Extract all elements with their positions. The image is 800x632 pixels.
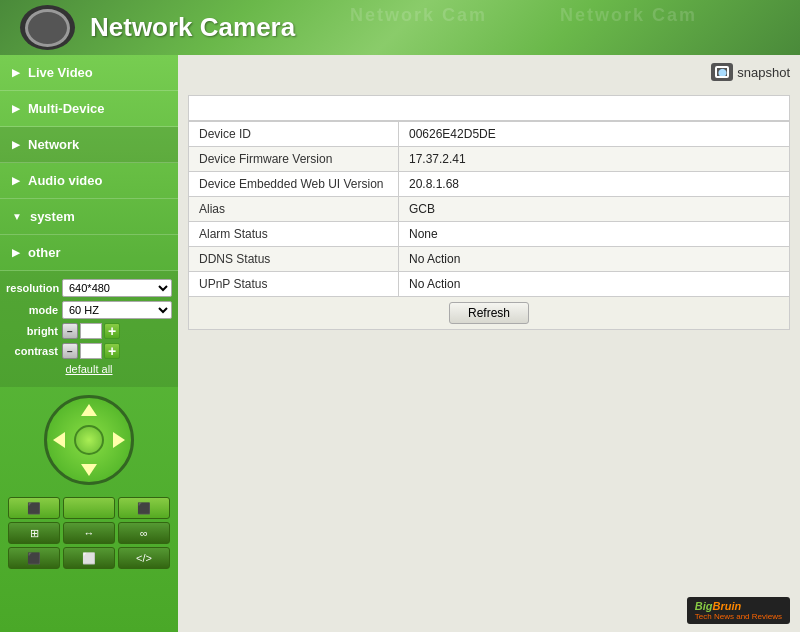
bottom-controls: ⬛ ⬛ ⊞ ↔ ∞ ⬛ ⬜ </> — [0, 493, 178, 573]
ctrl-btn-6[interactable]: ∞ — [118, 522, 170, 544]
ctrl-btn-4[interactable]: ⊞ — [8, 522, 60, 544]
app-title: Network Camera — [90, 12, 295, 43]
system-arrow: ▼ — [12, 211, 22, 222]
ctrl-btn-9[interactable]: </> — [118, 547, 170, 569]
app-header: Network Camera Network Cam Network Cam — [0, 0, 800, 55]
contrast-label: contrast — [6, 345, 58, 357]
row-value: No Action — [399, 247, 790, 272]
sidebar-item-network-label: Network — [28, 137, 79, 152]
bright-row: bright − 6 + — [6, 323, 172, 339]
sidebar-item-live-video-label: Live Video — [28, 65, 93, 80]
row-value: None — [399, 222, 790, 247]
row-label: Alias — [189, 197, 399, 222]
row-value: 17.37.2.41 — [399, 147, 790, 172]
camera-logo — [20, 5, 75, 50]
bigbruin-sub: Tech News and Reviews — [695, 612, 782, 621]
row-value: 00626E42D5DE — [399, 122, 790, 147]
watermark-2: Network Cam — [560, 5, 697, 26]
snapshot-label: snapshot — [737, 65, 790, 80]
table-row: AliasGCB — [189, 197, 790, 222]
ctrl-btn-1[interactable]: ⬛ — [8, 497, 60, 519]
ptz-container — [0, 387, 178, 493]
sidebar-item-system[interactable]: ▼ system — [0, 199, 178, 235]
sidebar-item-audio-video-label: Audio video — [28, 173, 102, 188]
ptz-right-button[interactable] — [113, 432, 125, 448]
row-value: GCB — [399, 197, 790, 222]
row-label: Alarm Status — [189, 222, 399, 247]
contrast-value: 4 — [80, 343, 102, 359]
table-row: Alarm StatusNone — [189, 222, 790, 247]
sidebar-item-live-video[interactable]: ▶ Live Video — [0, 55, 178, 91]
sidebar-item-other[interactable]: ▶ other — [0, 235, 178, 271]
row-value: 20.8.1.68 — [399, 172, 790, 197]
other-arrow: ▶ — [12, 247, 20, 258]
row-label: Device Firmware Version — [189, 147, 399, 172]
live-video-arrow: ▶ — [12, 67, 20, 78]
network-arrow: ▶ — [12, 139, 20, 150]
refresh-button[interactable]: Refresh — [449, 302, 529, 324]
table-row: Device Embedded Web UI Version20.8.1.68 — [189, 172, 790, 197]
device-status-rows: Device ID00626E42D5DEDevice Firmware Ver… — [188, 121, 790, 330]
sidebar-item-multi-device[interactable]: ▶ Multi-Device — [0, 91, 178, 127]
resolution-label: resolution — [6, 282, 58, 294]
ptz-left-button[interactable] — [53, 432, 65, 448]
resolution-select[interactable]: 640*480 320*240 — [62, 279, 172, 297]
watermark-1: Network Cam — [350, 5, 487, 26]
table-row: Device Firmware Version17.37.2.41 — [189, 147, 790, 172]
audio-video-arrow: ▶ — [12, 175, 20, 186]
sidebar-item-audio-video[interactable]: ▶ Audio video — [0, 163, 178, 199]
ptz-center[interactable] — [74, 425, 104, 455]
contrast-row: contrast − 4 + — [6, 343, 172, 359]
sidebar-item-other-label: other — [28, 245, 61, 260]
row-label: Device ID — [189, 122, 399, 147]
ctrl-btn-3[interactable]: ⬛ — [118, 497, 170, 519]
ctrl-btn-2[interactable] — [63, 497, 115, 519]
row-label: Device Embedded Web UI Version — [189, 172, 399, 197]
device-status-header: Device Status — [189, 96, 790, 121]
device-status-table: Device Status — [188, 95, 790, 121]
row-label: UPnP Status — [189, 272, 399, 297]
contrast-minus-button[interactable]: − — [62, 343, 78, 359]
ptz-control — [44, 395, 134, 485]
mode-row: mode 60 HZ 50 HZ — [6, 301, 172, 319]
bright-label: bright — [6, 325, 58, 337]
mode-label: mode — [6, 304, 58, 316]
ctrl-btn-5[interactable]: ↔ — [63, 522, 115, 544]
ctrl-btn-8[interactable]: ⬜ — [63, 547, 115, 569]
contrast-plus-button[interactable]: + — [104, 343, 120, 359]
snapshot-icon — [711, 63, 733, 81]
bright-value: 6 — [80, 323, 102, 339]
sidebar-item-network[interactable]: ▶ Network — [0, 127, 178, 163]
table-row: Device ID00626E42D5DE — [189, 122, 790, 147]
resolution-row: resolution 640*480 320*240 — [6, 279, 172, 297]
ptz-up-button[interactable] — [81, 404, 97, 416]
bright-minus-button[interactable]: − — [62, 323, 78, 339]
table-row: UPnP StatusNo Action — [189, 272, 790, 297]
controls-section: resolution 640*480 320*240 mode 60 HZ 50… — [0, 271, 178, 387]
ctrl-btn-7[interactable]: ⬛ — [8, 547, 60, 569]
bigbruin-text: BigBruin — [695, 600, 741, 612]
bigbruin-watermark: BigBruin Tech News and Reviews — [687, 597, 790, 624]
row-value: No Action — [399, 272, 790, 297]
default-all-button[interactable]: default all — [6, 363, 172, 375]
sidebar-item-multi-device-label: Multi-Device — [28, 101, 105, 116]
multi-device-arrow: ▶ — [12, 103, 20, 114]
bright-plus-button[interactable]: + — [104, 323, 120, 339]
sidebar-item-system-label: system — [30, 209, 75, 224]
sidebar: ▶ Live Video ▶ Multi-Device ▶ Network ▶ … — [0, 55, 178, 632]
row-label: DDNS Status — [189, 247, 399, 272]
snapshot-button[interactable]: snapshot — [711, 63, 790, 81]
content-area: snapshot Device Status Device ID00626E42… — [178, 55, 800, 632]
table-row: DDNS StatusNo Action — [189, 247, 790, 272]
mode-select[interactable]: 60 HZ 50 HZ — [62, 301, 172, 319]
main-layout: ▶ Live Video ▶ Multi-Device ▶ Network ▶ … — [0, 55, 800, 632]
ptz-down-button[interactable] — [81, 464, 97, 476]
